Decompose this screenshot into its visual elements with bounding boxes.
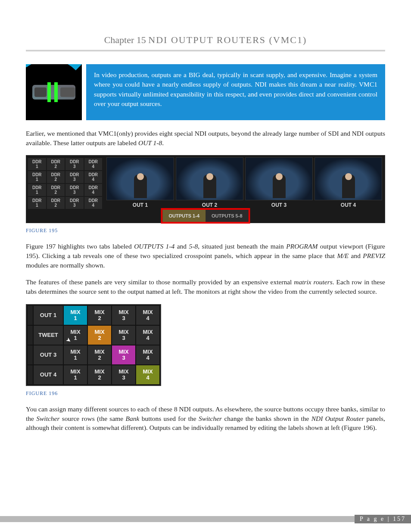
ddr-button[interactable]: DDR 2 xyxy=(47,171,65,183)
figure-196: OUT 1MIX 1MIX 2MIX 3MIX 4TWEETMIX 1MIX 2… xyxy=(26,304,161,386)
ddr-button[interactable]: DDR 1 xyxy=(28,171,46,183)
paragraph-2: Figure 197 highlights two tabs labeled O… xyxy=(26,242,385,270)
mix-source-button[interactable]: MIX 1 xyxy=(64,365,87,384)
output-preview xyxy=(106,157,174,200)
ddr-button[interactable]: DDR 3 xyxy=(65,184,84,196)
output-monitor: OUT 2 xyxy=(176,157,243,210)
ddr-button[interactable]: DDR 1 xyxy=(28,158,46,170)
paragraph-4: You can assign many different sources to… xyxy=(26,404,385,432)
mix-source-button[interactable]: MIX 1 xyxy=(64,326,87,345)
ddr-button[interactable]: DDR 4 xyxy=(84,184,103,196)
paragraph-3: The features of these panels are very si… xyxy=(26,277,385,296)
tab-outputs-5-8[interactable]: OUTPUTS 5-8 xyxy=(206,210,249,222)
mix-source-button[interactable]: MIX 4 xyxy=(136,365,159,384)
mix-source-button[interactable]: MIX 4 xyxy=(136,326,159,345)
mix-source-button[interactable]: MIX 3 xyxy=(112,326,135,345)
ddr-button[interactable]: DDR 4 xyxy=(84,171,103,183)
mix-source-button[interactable]: MIX 2 xyxy=(88,365,111,384)
output-preview xyxy=(314,157,382,200)
intro-callout: In video production, outputs are a BIG d… xyxy=(86,64,385,120)
figure-195-caption: FIGURE 195 xyxy=(26,227,385,234)
row-handle xyxy=(28,326,33,345)
svg-rect-3 xyxy=(47,82,51,102)
ddr-button[interactable]: DDR 1 xyxy=(28,184,46,196)
intro-row: In video production, outputs are a BIG d… xyxy=(26,64,385,120)
output-preview xyxy=(245,157,313,200)
mix-source-button[interactable]: MIX 3 xyxy=(112,345,135,364)
mix-source-button[interactable]: MIX 4 xyxy=(136,345,159,364)
output-monitor: OUT 3 xyxy=(245,157,313,210)
mix-source-button[interactable]: MIX 2 xyxy=(88,345,111,364)
output-row-label[interactable]: TWEET xyxy=(34,326,63,345)
row-handle xyxy=(28,365,33,384)
svg-rect-5 xyxy=(34,87,47,97)
mix-source-button[interactable]: MIX 1 xyxy=(64,345,87,364)
ddr-button[interactable]: DDR 3 xyxy=(65,171,84,183)
paragraph-1: Earlier, we mentioned that VMC1(only) pr… xyxy=(26,129,385,147)
output-tabs-highlight: OUTPUTS 1-4 OUTPUTS 5-8 xyxy=(161,208,250,224)
chapter-title-text: NDI OUTPUT ROUTERS (VMC1) xyxy=(148,34,307,45)
ddr-button[interactable]: DDR 2 xyxy=(47,184,65,196)
output-preview xyxy=(176,157,243,200)
output-row-label[interactable]: OUT 4 xyxy=(34,365,63,384)
output-monitor: OUT 1 xyxy=(106,157,174,210)
ddr-button[interactable]: DDR 4 xyxy=(84,197,103,209)
figure-195: DDR 1DDR 2DDR 3DDR 4DDR 1DDR 2DDR 3DDR 4… xyxy=(26,155,385,223)
tab-outputs-1-4[interactable]: OUTPUTS 1-4 xyxy=(162,210,206,222)
ddr-button[interactable]: DDR 2 xyxy=(47,197,65,209)
ddr-button[interactable]: DDR 1 xyxy=(28,197,46,209)
ddr-button[interactable]: DDR 4 xyxy=(84,158,103,170)
ddr-button[interactable]: DDR 2 xyxy=(47,158,65,170)
svg-rect-6 xyxy=(60,87,75,97)
chapter-heading: Chapter 15 NDI OUTPUT ROUTERS (VMC1) xyxy=(26,34,385,51)
mix-source-button[interactable]: MIX 2 xyxy=(88,306,111,325)
mix-source-button[interactable]: MIX 3 xyxy=(112,365,135,384)
mix-source-button[interactable]: MIX 2 xyxy=(88,326,111,345)
output-label: OUT 3 xyxy=(245,200,313,210)
row-handle xyxy=(28,345,33,364)
svg-rect-4 xyxy=(54,82,58,102)
output-row-label[interactable]: OUT 1 xyxy=(34,306,63,325)
figure-196-caption: FIGURE 196 xyxy=(26,390,385,397)
row-handle xyxy=(28,306,33,325)
output-monitor: OUT 4 xyxy=(314,157,382,210)
output-row-label[interactable]: OUT 3 xyxy=(34,345,63,364)
mix-source-button[interactable]: MIX 1 xyxy=(64,306,87,325)
output-label: OUT 4 xyxy=(314,200,382,210)
chapter-prefix: Chapter 15 xyxy=(104,34,146,45)
ddr-bank-grid: DDR 1DDR 2DDR 3DDR 4DDR 1DDR 2DDR 3DDR 4… xyxy=(26,157,104,210)
mix-source-button[interactable]: MIX 3 xyxy=(112,306,135,325)
ddr-button[interactable]: DDR 3 xyxy=(65,197,84,209)
output-monitor-strip: OUT 1OUT 2OUT 3OUT 4 xyxy=(104,157,385,210)
connector-icon xyxy=(26,64,82,120)
ddr-button[interactable]: DDR 3 xyxy=(65,158,84,170)
mix-source-button[interactable]: MIX 4 xyxy=(136,306,159,325)
